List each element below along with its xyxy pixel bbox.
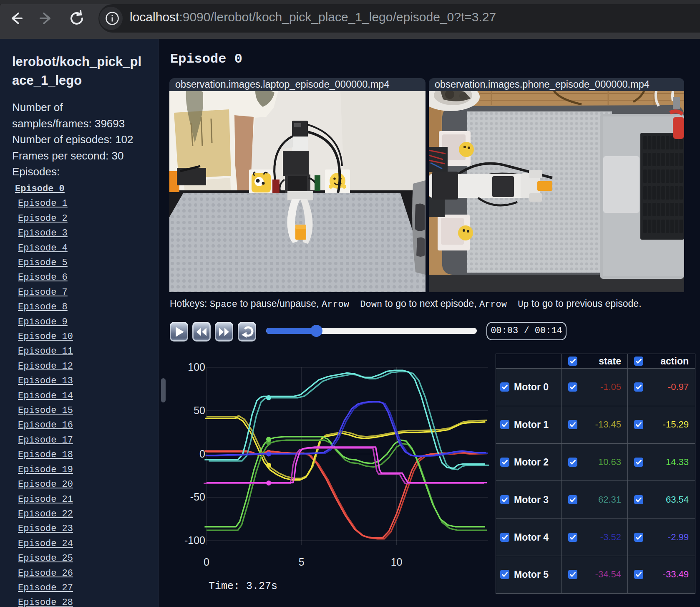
svg-text:5: 5 (299, 556, 305, 568)
svg-text:10: 10 (391, 556, 403, 568)
svg-text:100: 100 (188, 361, 205, 373)
svg-text:0: 0 (204, 556, 209, 568)
svg-text:-100: -100 (184, 534, 205, 546)
svg-text:50: 50 (194, 405, 205, 416)
svg-text:0: 0 (199, 448, 205, 460)
svg-text:-50: -50 (190, 491, 205, 503)
